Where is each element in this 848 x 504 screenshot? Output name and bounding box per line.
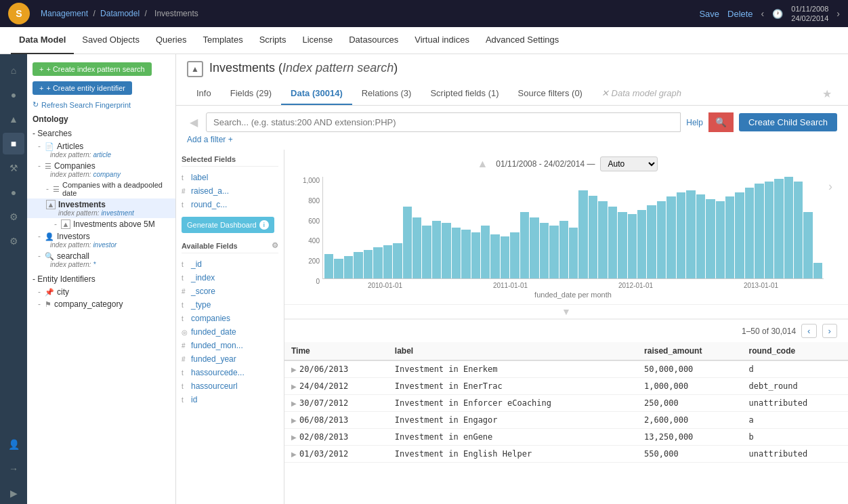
chart-bar-14[interactable]	[461, 230, 470, 278]
chart-bar-46[interactable]	[774, 179, 783, 278]
chart-bar-44[interactable]	[755, 184, 763, 278]
tab-data-model[interactable]: Data Model	[11, 27, 74, 54]
field-type[interactable]: t_type	[182, 298, 278, 312]
star-icon[interactable]: ★	[817, 85, 837, 103]
chart-bar-17[interactable]	[490, 234, 499, 278]
search-help-link[interactable]: Help	[686, 118, 703, 127]
col-label[interactable]: label	[388, 342, 637, 360]
search-submit-btn[interactable]: 🔍	[708, 112, 734, 132]
search-icon-btn[interactable]: ●	[3, 84, 24, 106]
chart-bar-50[interactable]	[813, 263, 822, 278]
tree-item-searchall[interactable]: - 🔍 searchall index pattern: *	[27, 250, 175, 270]
chart-bar-34[interactable]	[657, 201, 666, 278]
tab-data-model-graph[interactable]: ✕ Data model graph	[592, 83, 691, 105]
chart-bar-8[interactable]	[403, 207, 412, 278]
refresh-fingerprint-btn[interactable]: ↻ Refresh Search Fingerprint	[27, 98, 136, 112]
tab-scripted-fields[interactable]: Scripted fields (1)	[421, 83, 508, 105]
chart-bar-38[interactable]	[696, 194, 705, 278]
col-raised-amount[interactable]: raised_amount	[637, 342, 742, 360]
chart-interval-select[interactable]: Auto Minute Hour Day Week Month Year	[600, 156, 658, 171]
chart-bar-6[interactable]	[383, 245, 392, 278]
settings-icon-btn[interactable]: ⚙	[3, 230, 24, 252]
field-label[interactable]: t label	[182, 171, 278, 184]
chart-bar-0[interactable]	[324, 254, 333, 278]
chart-bar-41[interactable]	[725, 196, 734, 278]
tab-license[interactable]: License	[294, 27, 341, 54]
chart-bar-49[interactable]	[803, 212, 812, 278]
chart-bar-22[interactable]	[540, 223, 549, 278]
user-icon-btn[interactable]: 👤	[3, 434, 24, 455]
field-funded-year[interactable]: #funded_year	[182, 352, 278, 366]
breadcrumb-management[interactable]: Management	[41, 9, 88, 18]
chart-bar-33[interactable]	[647, 205, 656, 278]
field-raised-amount[interactable]: # raised_a...	[182, 184, 278, 198]
chart-bar-39[interactable]	[706, 199, 715, 278]
field-funded-date[interactable]: ◎funded_date	[182, 325, 278, 339]
entity-identifiers-collapse[interactable]: - Entity Identifiers	[27, 272, 175, 286]
field-id2[interactable]: tid	[182, 393, 278, 406]
tree-item-companies-deadpooled[interactable]: - ☰ Companies with a deadpooled date	[27, 180, 175, 198]
field-hassourcede[interactable]: thassourcede...	[182, 366, 278, 379]
chart-bar-16[interactable]	[481, 226, 490, 278]
chart-bar-48[interactable]	[794, 182, 803, 278]
chart-bar-18[interactable]	[501, 236, 509, 278]
col-time[interactable]: Time	[284, 342, 388, 360]
field-funded-mon[interactable]: #funded_mon...	[182, 339, 278, 352]
prev-page-btn[interactable]: ‹	[801, 324, 816, 338]
delete-button[interactable]: Delete	[727, 9, 753, 19]
expand-icon-4[interactable]: ▶	[291, 434, 297, 441]
expand-icon-3[interactable]: ▶	[291, 417, 297, 424]
breadcrumb-datamodel[interactable]: Datamodel	[100, 9, 140, 18]
chart-bar-36[interactable]	[677, 192, 685, 278]
save-button[interactable]: Save	[699, 9, 719, 19]
tab-datasources[interactable]: Datasources	[341, 27, 406, 54]
tree-item-company-category[interactable]: - ⚑ company_category	[27, 298, 175, 310]
tree-item-investments-5m[interactable]: - ▲ Investments above 5M	[27, 218, 175, 230]
tree-item-articles[interactable]: - 📄 Articles index pattern: article	[27, 140, 175, 160]
chart-bar-47[interactable]	[784, 177, 793, 278]
chart-bar-26[interactable]	[578, 190, 587, 278]
chart-bar-40[interactable]	[716, 201, 725, 278]
chart-bar-32[interactable]	[637, 210, 646, 278]
col-round-code[interactable]: round_code	[742, 342, 848, 360]
chart-bar-43[interactable]	[745, 188, 754, 278]
chart-bar-35[interactable]	[666, 196, 675, 278]
tree-item-investors[interactable]: - 👤 Investors index pattern: investor	[27, 230, 175, 250]
field-companies[interactable]: tcompanies	[182, 312, 278, 325]
tab-virtual-indices[interactable]: Virtual indices	[406, 27, 478, 54]
expand-icon-1[interactable]: ▶	[291, 383, 297, 390]
chart-bar-2[interactable]	[344, 256, 353, 278]
chart-scroll-icon[interactable]: ›	[828, 180, 832, 194]
database-icon-btn[interactable]: ■	[3, 133, 24, 154]
chart-bar-3[interactable]	[354, 252, 362, 278]
chart-bar-29[interactable]	[608, 207, 617, 278]
chart-bar-28[interactable]	[598, 201, 607, 278]
expand-icon-2[interactable]: ▶	[291, 400, 297, 407]
field-id[interactable]: t_id	[182, 257, 278, 271]
tab-scripts[interactable]: Scripts	[251, 27, 295, 54]
chart-bar-15[interactable]	[471, 232, 480, 278]
tree-item-investments[interactable]: ▲ Investments index pattern: investment	[27, 198, 175, 218]
chart-bar-5[interactable]	[373, 247, 382, 278]
clock-icon-btn[interactable]: ●	[3, 182, 24, 203]
next-page-btn[interactable]: ›	[822, 324, 837, 338]
tab-advanced-settings[interactable]: Advanced Settings	[478, 27, 567, 54]
tree-item-companies[interactable]: - ☰ Companies index pattern: company	[27, 160, 175, 180]
chart-bar-37[interactable]	[686, 190, 695, 278]
search-input[interactable]	[206, 112, 681, 132]
play-icon-btn[interactable]: ▶	[3, 482, 24, 504]
home-icon-btn[interactable]: ⌂	[3, 60, 24, 81]
field-score[interactable]: #_score	[182, 285, 278, 298]
chart-icon-btn[interactable]: ▲	[3, 108, 24, 130]
chart-bar-1[interactable]	[334, 259, 343, 278]
next-arrow[interactable]: ›	[836, 8, 840, 19]
chart-bar-11[interactable]	[432, 221, 441, 278]
chart-bar-24[interactable]	[559, 221, 568, 278]
field-index[interactable]: t_index	[182, 271, 278, 285]
wrench-icon-btn[interactable]: ⚙	[3, 206, 24, 228]
chart-bar-21[interactable]	[530, 217, 538, 278]
chart-bar-42[interactable]	[735, 192, 744, 278]
chart-bar-25[interactable]	[569, 228, 578, 278]
chart-bar-31[interactable]	[628, 214, 637, 278]
chart-bar-19[interactable]	[510, 232, 519, 278]
